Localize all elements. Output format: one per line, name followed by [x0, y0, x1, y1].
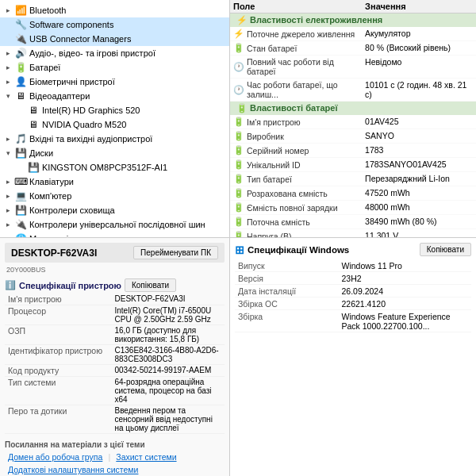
tree-label-usb_ctrl: Контролери універсальної послідовної шин [29, 220, 205, 229]
prop-value: 1783 [365, 144, 473, 156]
prop-value: Невідомо [365, 56, 473, 77]
tree-item-audio[interactable]: ▸🔊Аудіо-, відео- та ігрові пристрої [0, 46, 229, 60]
tree-icon-videoadapters: 🖥 [14, 90, 27, 102]
expand-icon-audio_io: ▸ [3, 134, 13, 144]
tree-label-software_components: Software components [29, 20, 113, 29]
expand-icon-network: ▸ [3, 234, 13, 237]
rename-pc-button[interactable]: Перейменувати ПК [133, 246, 218, 259]
tree-icon-biometric: 👤 [14, 75, 27, 88]
prop-name: 🔋Серійний номер [233, 144, 365, 156]
tree-icon-usb_connector: 🔌 [14, 33, 27, 45]
win-spec-value: Windows 11 Pro [342, 261, 469, 271]
expand-icon-nvidia [16, 120, 25, 129]
prop-row: 🕐Повний час роботи від батареїНевідомо [230, 56, 476, 79]
win-spec-label: Збірка ОС [238, 299, 342, 309]
section-header-power_props: ⚡ Властивості електроживлення [230, 13, 476, 27]
tree-label-audio_io: Вхідні та вихідні аудіопристрої [29, 134, 152, 144]
expand-icon-bluetooth: ▸ [3, 6, 13, 15]
tree-item-biometric[interactable]: ▸👤Біометричні пристрої [0, 75, 229, 89]
prop-row: 🔋Поточна ємність38490 mWh (80 %) [230, 215, 476, 229]
tree-item-computer[interactable]: ▸💻Комп'ютер [0, 189, 229, 203]
device-spec-row: Тип системи64-розрядна операційна систем… [5, 377, 225, 405]
spec-label: Код продукту [8, 366, 115, 375]
system-specs-panel: DESKTOP-F62VA3I Перейменувати ПК 20Y000B… [0, 238, 230, 476]
links-section-label: Посилання на матеріали з цієї теми [5, 440, 225, 449]
prop-name: 🔋Ім'я пристрою [233, 116, 365, 128]
tree-label-usb_connector: USB Connector Managers [29, 34, 131, 44]
spec-value: DESKTOP-F62VA3I [115, 294, 222, 304]
spec-value: 16,0 ГБ (доступно для використання: 15,8… [115, 326, 222, 344]
prop-value: Перезаряджний Li-Ion [365, 173, 473, 185]
win-spec-label: Збірка [238, 312, 342, 331]
expand-icon-computer: ▸ [3, 191, 13, 201]
tree-item-storage_ctrl[interactable]: ▸💾Контролери сховища [0, 203, 229, 217]
tree-item-battery[interactable]: ▸🔋Батареї [0, 60, 229, 75]
win-section-header: ⊞ Специфікації Windows Копіювати [235, 243, 471, 256]
prop-value: Акумулятор [365, 28, 473, 40]
win-section-title: ⊞ Специфікації Windows [235, 244, 349, 256]
prop-name: ⚡Поточне джерело живлення [233, 28, 365, 40]
device-spec-row: Код продукту00342-50214-99197-AAEM [5, 365, 225, 377]
link-system-protection[interactable]: Захист системи [116, 452, 176, 462]
device-spec-row: Ім'я пристроюDESKTOP-F62VA3I [5, 294, 225, 305]
device-tree: ▸📶Bluetooth🔧Software components🔌USB Conn… [0, 0, 230, 237]
win-spec-value: 22621.4120 [342, 299, 469, 309]
link-domain-group[interactable]: Домен або робоча група [8, 452, 102, 462]
section-header-battery_props: 🔋 Властивості батареї [230, 102, 476, 115]
tree-item-keyboards[interactable]: ▸⌨Клавіатури [0, 175, 229, 189]
copy-win-specs-button[interactable]: Копіювати [420, 243, 471, 256]
tree-item-videoadapters[interactable]: ▾🖥Відеоадаптери [0, 89, 229, 103]
prop-row: 🔋ВиробникSANYO [230, 129, 476, 144]
device-spec-row: ОЗП16,0 ГБ (доступно для використання: 1… [5, 325, 225, 345]
spec-label: Ідентифікатор пристрою [8, 346, 115, 363]
device-name: DESKTOP-F62VA3I [11, 248, 97, 259]
tree-icon-usb_ctrl: 🔌 [14, 218, 27, 231]
tree-item-disks[interactable]: ▾💾Диски [0, 146, 229, 160]
tree-icon-audio_io: 🎵 [14, 132, 27, 145]
tree-item-network[interactable]: ▸🌐Мережеві адаптери [0, 232, 229, 237]
spec-label: Ім'я пристрою [8, 294, 115, 304]
spec-label: Тип системи [8, 378, 115, 404]
tree-item-usb_connector[interactable]: 🔌USB Connector Managers [0, 32, 229, 46]
tree-item-usb_ctrl[interactable]: ▸🔌Контролери універсальної послідовної ш… [0, 217, 229, 232]
tree-icon-keyboards: ⌨ [14, 175, 27, 188]
tree-label-keyboards: Клавіатури [29, 177, 74, 186]
link-advanced-settings[interactable]: Додаткові налаштування системи [8, 465, 138, 474]
tree-icon-computer: 💻 [14, 190, 27, 202]
col-value-header: Значення [365, 2, 473, 11]
prop-name: 🕐Повний час роботи від батареї [233, 56, 365, 77]
prop-row: 🔋Ємність повної зарядки48000 mWh [230, 201, 476, 215]
info-icon: ℹ️ [5, 280, 16, 290]
tree-icon-bluetooth: 📶 [14, 4, 27, 17]
tree-item-nvidia[interactable]: 🖥NVIDIA Quadro M520 [0, 117, 229, 132]
expand-icon-kingston [16, 163, 25, 172]
prop-value: 47520 mWh [365, 187, 473, 199]
win-spec-label: Версія [238, 274, 342, 283]
tree-item-audio_io[interactable]: ▸🎵Вхідні та вихідні аудіопристрої [0, 132, 229, 146]
prop-row: 🔋Унікальний ID1783SANYO01AV425 [230, 158, 476, 172]
tree-label-audio: Аудіо-, відео- та ігрові пристрої [29, 48, 155, 58]
prop-row: 🔋Ім'я пристрою01AV425 [230, 115, 476, 129]
tree-item-bluetooth[interactable]: ▸📶Bluetooth [0, 3, 229, 17]
prop-value: 38490 mWh (80 %) [365, 216, 473, 228]
prop-name: 🔋Стан батареї [233, 42, 365, 54]
tree-label-storage_ctrl: Контролери сховища [29, 205, 115, 215]
win-spec-value: 26.09.2024 [342, 286, 469, 296]
prop-name: 🔋Виробник [233, 130, 365, 142]
prop-row: 🔋Стан батареї80 % (Високий рівень) [230, 41, 476, 56]
expand-icon-videoadapters: ▾ [3, 91, 13, 101]
tree-icon-kingston: 💾 [27, 161, 40, 174]
prop-name: 🔋Тип батареї [233, 173, 365, 185]
tree-item-software_components[interactable]: 🔧Software components [0, 17, 229, 32]
spec-value: 64-розрядна операційна система, процесор… [115, 378, 222, 404]
spec-value: C136E842-3166-4B80-A2D6-883CE3008DC3 [115, 346, 222, 363]
tree-item-intel_hd[interactable]: 🖥Intel(R) HD Graphics 520 [0, 103, 229, 117]
prop-row: 🔋Розрахована ємність47520 mWh [230, 186, 476, 201]
tree-item-kingston[interactable]: 💾KINGSTON OM8PCP3512F-AI1 [0, 160, 229, 175]
expand-icon-storage_ctrl: ▸ [3, 205, 13, 215]
win-spec-value: 23H2 [342, 274, 469, 283]
copy-specs-button[interactable]: Копіювати [125, 278, 176, 292]
prop-row: ⚡Поточне джерело живленняАкумулятор [230, 27, 476, 41]
tree-icon-storage_ctrl: 💾 [14, 204, 27, 217]
tree-icon-battery: 🔋 [14, 61, 27, 74]
